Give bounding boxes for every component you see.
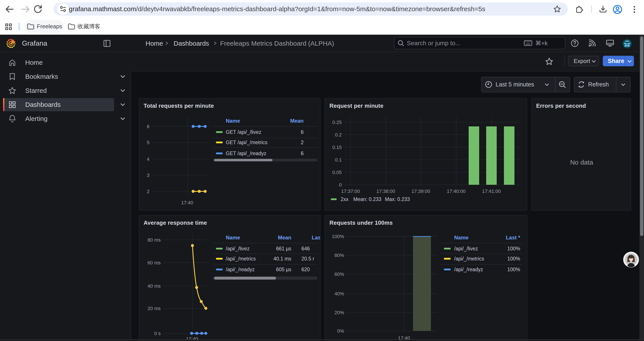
svg-text:605 µs: 605 µs bbox=[276, 267, 291, 272]
svg-text:80 ms: 80 ms bbox=[148, 237, 161, 243]
svg-text:Mean: Mean bbox=[278, 235, 291, 240]
svg-text:0: 0 bbox=[339, 182, 342, 188]
svg-text:2xx: 2xx bbox=[341, 196, 348, 202]
svg-text:5: 5 bbox=[147, 140, 150, 145]
svg-text:80%: 80% bbox=[334, 253, 344, 258]
svg-text:4: 4 bbox=[147, 156, 150, 162]
svg-text:40.1 ms: 40.1 ms bbox=[273, 256, 291, 261]
svg-text:GET /api/_/livez: GET /api/_/livez bbox=[226, 129, 261, 135]
svg-text:2: 2 bbox=[147, 189, 150, 194]
svg-text:Name: Name bbox=[226, 118, 240, 124]
svg-text:0.1: 0.1 bbox=[335, 157, 342, 163]
svg-text:0.05: 0.05 bbox=[332, 170, 342, 175]
svg-text:0%: 0% bbox=[337, 328, 344, 334]
svg-text:60 ms: 60 ms bbox=[148, 260, 161, 265]
svg-text:0 s: 0 s bbox=[154, 331, 161, 336]
svg-text:20.5 r: 20.5 r bbox=[302, 256, 314, 261]
svg-text:Last *: Last * bbox=[506, 235, 520, 240]
svg-text:/api/_/readyz: /api/_/readyz bbox=[226, 267, 255, 272]
svg-text:/api/_/metrics: /api/_/metrics bbox=[226, 256, 256, 261]
svg-text:Name: Name bbox=[226, 235, 240, 240]
svg-text:20 ms: 20 ms bbox=[148, 306, 161, 311]
svg-text:Last *: Last * bbox=[312, 235, 320, 240]
svg-text:100%: 100% bbox=[507, 256, 520, 261]
svg-text:/api/_/readyz: /api/_/readyz bbox=[454, 267, 483, 272]
svg-text:17:40:00: 17:40:00 bbox=[447, 188, 466, 194]
svg-text:Name: Name bbox=[454, 235, 468, 240]
svg-text:60%: 60% bbox=[334, 271, 344, 277]
svg-text:Mean: 0.233: Mean: 0.233 bbox=[353, 196, 382, 202]
svg-text:0.25: 0.25 bbox=[332, 120, 342, 125]
svg-text:17:40: 17:40 bbox=[181, 200, 193, 205]
svg-text:100%: 100% bbox=[332, 234, 344, 239]
svg-text:661 µs: 661 µs bbox=[276, 246, 291, 251]
svg-text:17:41:00: 17:41:00 bbox=[482, 188, 501, 194]
svg-text:GET /api/_/metrics: GET /api/_/metrics bbox=[226, 140, 268, 145]
svg-text:Mean: Mean bbox=[290, 118, 304, 124]
svg-text:40 ms: 40 ms bbox=[148, 283, 161, 289]
svg-text:0.15: 0.15 bbox=[332, 145, 342, 150]
svg-text:6: 6 bbox=[301, 151, 304, 156]
svg-text:0.2: 0.2 bbox=[335, 132, 342, 138]
svg-text:17:39:00: 17:39:00 bbox=[412, 188, 430, 194]
svg-text:2: 2 bbox=[301, 140, 304, 145]
svg-text:646: 646 bbox=[302, 246, 310, 251]
svg-text:GET /api/_/readyz: GET /api/_/readyz bbox=[226, 151, 266, 156]
svg-text:20%: 20% bbox=[334, 310, 344, 315]
svg-text:6: 6 bbox=[301, 129, 304, 135]
svg-text:620: 620 bbox=[302, 267, 310, 272]
svg-text:Max: 0.233: Max: 0.233 bbox=[385, 196, 410, 202]
svg-text:6: 6 bbox=[147, 124, 150, 129]
svg-text:/api/_/livez: /api/_/livez bbox=[226, 246, 250, 251]
svg-text:/api/_/metrics: /api/_/metrics bbox=[454, 256, 484, 261]
svg-text:40%: 40% bbox=[334, 291, 344, 296]
svg-text:100%: 100% bbox=[507, 267, 520, 272]
svg-text:17:38:00: 17:38:00 bbox=[376, 188, 395, 194]
svg-text:3: 3 bbox=[147, 172, 150, 178]
svg-text:/api/_/livez: /api/_/livez bbox=[454, 246, 478, 251]
svg-text:100%: 100% bbox=[507, 246, 520, 251]
svg-text:17:37:00: 17:37:00 bbox=[341, 188, 360, 194]
